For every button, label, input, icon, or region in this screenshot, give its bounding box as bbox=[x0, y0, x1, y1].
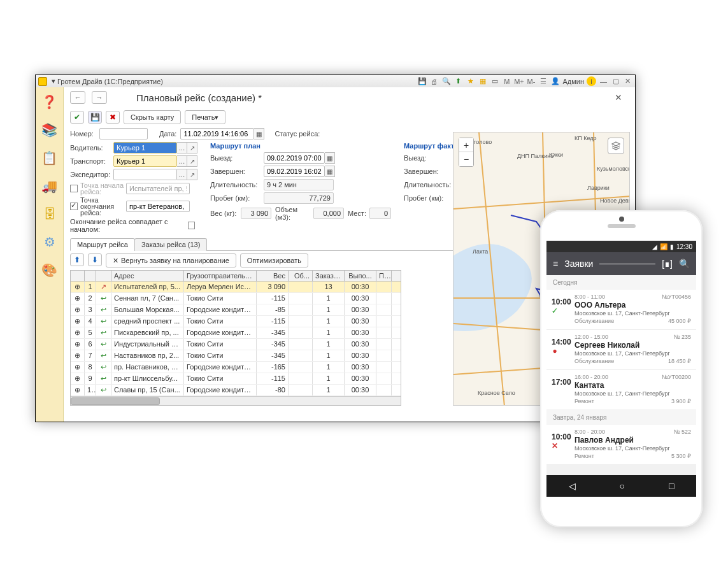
table-row[interactable]: ⊕7↩Наставников пр, 2...Токио Сити-345100… bbox=[71, 350, 401, 362]
transport-open-icon[interactable]: ↗ bbox=[187, 155, 197, 167]
table-row[interactable]: ⊕4↩средний проспект ...Токио Сити-115100… bbox=[71, 316, 401, 327]
col-exec[interactable]: Выпо... bbox=[345, 271, 376, 281]
hamburger-icon[interactable]: ≡ bbox=[553, 259, 558, 269]
request-card[interactable]: 14:00●12:00 - 15:00№ 235Сергеев НиколайМ… bbox=[546, 330, 696, 370]
expeditor-input[interactable] bbox=[113, 169, 177, 180]
m-icon[interactable]: M bbox=[502, 76, 511, 86]
zoom-in-button[interactable]: + bbox=[459, 138, 473, 152]
hide-map-button[interactable]: Скрыть карту bbox=[124, 110, 181, 124]
close-icon[interactable]: ✕ bbox=[623, 76, 632, 86]
status-label: Статус рейса: bbox=[275, 130, 320, 138]
seats-label: Мест: bbox=[348, 210, 369, 217]
cancel-button[interactable]: ✖ bbox=[106, 111, 120, 124]
calendar-picker-icon[interactable]: ▦ bbox=[254, 128, 264, 139]
plan-dur-value: 9 ч 2 мин bbox=[264, 179, 334, 190]
nav-fwd[interactable]: → bbox=[92, 91, 107, 104]
end-checkbox[interactable] bbox=[70, 203, 78, 210]
col-address[interactable]: Адрес bbox=[111, 271, 184, 281]
plan-depart-cal-icon[interactable]: ▦ bbox=[325, 152, 335, 164]
window-icon[interactable]: ☰ bbox=[538, 76, 548, 86]
plan-finish-input[interactable] bbox=[264, 166, 325, 177]
start-input[interactable] bbox=[126, 183, 190, 194]
optimize-button[interactable]: Оптимизировать bbox=[240, 253, 308, 267]
calc-icon[interactable]: ▭ bbox=[490, 76, 499, 86]
tab-route[interactable]: Маршрут рейса bbox=[70, 238, 135, 251]
route-grid: Адрес Грузоотправитель / г... Вес Об... … bbox=[70, 270, 401, 406]
driver-open-icon[interactable]: ↗ bbox=[187, 142, 197, 153]
transport-pick-icon[interactable]: … bbox=[177, 155, 187, 167]
expeditor-pick-icon[interactable]: … bbox=[177, 169, 187, 180]
mminus-icon[interactable]: M- bbox=[526, 76, 536, 86]
map-label: Новое Девяткино bbox=[600, 197, 630, 204]
zoom-control: + − bbox=[459, 138, 474, 167]
sidebar-paint-icon[interactable]: 🎨 bbox=[40, 260, 59, 280]
map-label: Лахта bbox=[473, 248, 488, 255]
plan-depart-input[interactable] bbox=[264, 152, 325, 164]
print-button[interactable]: Печать ▾ bbox=[185, 110, 225, 124]
horizontal-scrollbar[interactable] bbox=[71, 396, 401, 405]
number-input[interactable] bbox=[99, 128, 148, 139]
nav-home-icon[interactable]: ○ bbox=[620, 481, 625, 491]
start-checkbox[interactable] bbox=[70, 185, 78, 192]
sidebar-truck-icon[interactable]: 🚚 bbox=[40, 176, 59, 196]
driver-pick-icon[interactable]: … bbox=[177, 142, 187, 153]
table-row[interactable]: ⊕1↗Испытателей пр, 5...Леруа Мерлен Испы… bbox=[71, 281, 401, 293]
help-icon[interactable]: i bbox=[587, 76, 596, 86]
sidebar-clipboard-icon[interactable]: 📋 bbox=[40, 148, 59, 167]
dropdown-icon[interactable]: ▾ bbox=[50, 77, 57, 85]
expeditor-open-icon[interactable]: ↗ bbox=[187, 169, 197, 180]
table-row[interactable]: ⊕5↩Пискаревский пр, ...Городские кондите… bbox=[71, 327, 401, 339]
table-row[interactable]: ⊕3↩Большая Морская...Городские кондитер.… bbox=[71, 304, 401, 316]
table-row[interactable]: ⊕9↩пр-кт Шлиссельбу...Токио Сити-115100:… bbox=[71, 373, 401, 385]
request-card[interactable]: 10:00✕8:00 - 20:00№ 522Павлов АндрейМоск… bbox=[546, 425, 696, 465]
save-icon[interactable]: 💾 bbox=[417, 76, 427, 86]
col-order[interactable]: Заказ / ко... bbox=[313, 271, 345, 281]
col-pr[interactable]: Пр... bbox=[376, 271, 392, 281]
search-icon[interactable]: 🔍 bbox=[441, 76, 451, 86]
user-icon[interactable]: 👤 bbox=[550, 76, 560, 86]
table-row[interactable]: ⊕2↩Сенная пл, 7 (Сан...Токио Сити-115100… bbox=[71, 293, 401, 304]
calendar-icon[interactable]: ▦ bbox=[478, 76, 487, 86]
col-weight[interactable]: Вес bbox=[257, 271, 289, 281]
mplus-icon[interactable]: M+ bbox=[514, 76, 524, 86]
move-down-button[interactable]: ⬇ bbox=[88, 253, 102, 266]
sidebar-gear-icon[interactable]: ⚙ bbox=[40, 232, 59, 252]
request-card[interactable]: 17:0016:00 - 20:00№УТ00200КантатаМосковс… bbox=[546, 370, 696, 410]
driver-input[interactable] bbox=[113, 142, 177, 153]
move-up-button[interactable]: ⬆ bbox=[70, 253, 84, 266]
coincide-label: Окончание рейса совпадает с началом: bbox=[70, 218, 185, 233]
link-icon[interactable]: ⬆ bbox=[453, 76, 463, 86]
table-row[interactable]: ⊕8↩пр. Наставников, 2...Городские кондит… bbox=[71, 362, 401, 373]
page-close-icon[interactable]: ✕ bbox=[615, 92, 622, 103]
col-shipper[interactable]: Грузоотправитель / г... bbox=[184, 271, 257, 281]
zoom-out-button[interactable]: − bbox=[459, 152, 473, 166]
minimize-icon[interactable]: — bbox=[599, 76, 608, 86]
date-input[interactable] bbox=[180, 128, 254, 139]
plan-header: Маршрут план bbox=[210, 142, 391, 150]
sidebar-books-icon[interactable]: 📚 bbox=[40, 120, 59, 139]
search-icon[interactable]: 🔍 bbox=[679, 259, 690, 269]
col-vol[interactable]: Об... bbox=[289, 271, 313, 281]
nav-recent-icon[interactable]: □ bbox=[669, 481, 674, 491]
save-button[interactable]: 💾 bbox=[88, 111, 102, 124]
coincide-checkbox[interactable] bbox=[188, 222, 195, 229]
scan-icon[interactable]: [∎] bbox=[662, 259, 673, 269]
sidebar-db-icon[interactable]: 🗄 bbox=[40, 204, 59, 224]
star-icon[interactable]: ★ bbox=[466, 76, 475, 86]
plan-finish-cal-icon[interactable]: ▦ bbox=[325, 166, 335, 177]
end-input[interactable] bbox=[126, 201, 190, 212]
table-row[interactable]: ⊕6↩Индустриальный п...Токио Сити-345100:… bbox=[71, 339, 401, 350]
layers-button[interactable] bbox=[608, 138, 624, 154]
tab-orders[interactable]: Заказы рейса (13) bbox=[134, 238, 207, 251]
sidebar-help-icon[interactable]: ❓ bbox=[40, 92, 59, 111]
return-request-button[interactable]: ✕Вернуть заявку на планирование bbox=[106, 253, 236, 267]
nav-back-icon[interactable]: ◁ bbox=[569, 481, 576, 491]
maximize-icon[interactable]: ▢ bbox=[611, 76, 620, 86]
print-icon[interactable]: 🖨 bbox=[429, 76, 439, 86]
table-row[interactable]: ⊕1...↩Славы пр, 15 (Сан...Городские конд… bbox=[71, 385, 401, 396]
mobile-device: ◢ 📶 ▮ 12:30 ≡ Заявки [∎] 🔍 Сегодня 10:00… bbox=[540, 210, 703, 527]
approve-button[interactable]: ✔ bbox=[70, 111, 84, 124]
request-card[interactable]: 10:00✓8:00 - 11:00№УТ00456ООО АльтераМос… bbox=[546, 290, 696, 330]
nav-back[interactable]: ← bbox=[70, 91, 85, 104]
transport-input[interactable] bbox=[113, 155, 177, 167]
